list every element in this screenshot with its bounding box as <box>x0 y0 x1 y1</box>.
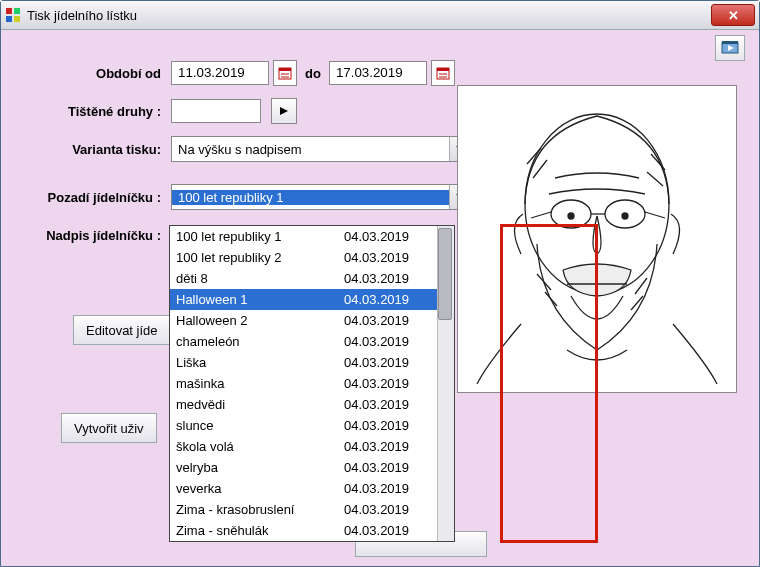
dropdown-item-date: 04.03.2019 <box>344 415 436 436</box>
dropdown-item[interactable]: 100 let republiky 204.03.2019 <box>170 247 454 268</box>
dropdown-item-name: děti 8 <box>176 268 344 289</box>
dropdown-item[interactable]: veverka04.03.2019 <box>170 478 454 499</box>
dropdown-item-name: škola volá <box>176 436 344 457</box>
dropdown-item-date: 04.03.2019 <box>344 520 436 541</box>
svg-rect-8 <box>279 68 291 71</box>
dropdown-item-date: 04.03.2019 <box>344 331 436 352</box>
dropdown-item-date: 04.03.2019 <box>344 289 436 310</box>
printed-types-input[interactable] <box>171 99 261 123</box>
dropdown-item[interactable]: Zima - sněhulák04.03.2019 <box>170 520 454 541</box>
edit-menu-button[interactable]: Editovat jíde <box>73 315 171 345</box>
dropdown-item[interactable]: velryba04.03.2019 <box>170 457 454 478</box>
close-icon: ✕ <box>728 9 739 22</box>
svg-line-23 <box>645 212 665 218</box>
background-select[interactable]: 100 let republiky 1 <box>171 184 471 210</box>
svg-line-22 <box>531 212 551 218</box>
print-variant-select[interactable]: Na výšku s nadpisem <box>171 136 471 162</box>
dropdown-item-name: 100 let republiky 1 <box>176 226 344 247</box>
titlebar: Tisk jídelního lístku ✕ <box>1 1 759 30</box>
dropdown-item-name: medvědi <box>176 394 344 415</box>
label-background: Pozadí jídelníčku : <box>21 190 171 205</box>
dropdown-item[interactable]: Liška04.03.2019 <box>170 352 454 373</box>
dropdown-item-name: Zima - sněhulák <box>176 520 344 541</box>
portrait-sketch-icon <box>467 94 727 384</box>
dropdown-item-date: 04.03.2019 <box>344 478 436 499</box>
dropdown-item-name: Liška <box>176 352 344 373</box>
svg-marker-15 <box>280 107 288 115</box>
print-variant-value: Na výšku s nadpisem <box>172 142 449 157</box>
dropdown-item-date: 04.03.2019 <box>344 247 436 268</box>
app-icon <box>5 7 21 23</box>
dropdown-item[interactable]: mašinka04.03.2019 <box>170 373 454 394</box>
dropdown-item-name: slunce <box>176 415 344 436</box>
dropdown-item-name: chameleón <box>176 331 344 352</box>
dropdown-item[interactable]: chameleón04.03.2019 <box>170 331 454 352</box>
dropdown-item-date: 04.03.2019 <box>344 352 436 373</box>
calendar-from-button[interactable] <box>273 60 297 86</box>
app-window: Tisk jídelního lístku ✕ Období od do Tiš… <box>0 0 760 567</box>
svg-point-25 <box>622 213 628 219</box>
dropdown-item-date: 04.03.2019 <box>344 394 436 415</box>
dropdown-item[interactable]: škola volá04.03.2019 <box>170 436 454 457</box>
dropdown-item-date: 04.03.2019 <box>344 436 436 457</box>
row-period: Období od do <box>21 60 739 86</box>
play-button[interactable] <box>271 98 297 124</box>
dropdown-item-date: 04.03.2019 <box>344 373 436 394</box>
label-print-variant: Varianta tisku: <box>21 142 171 157</box>
window-title: Tisk jídelního lístku <box>27 8 711 23</box>
play-icon <box>279 106 289 116</box>
dropdown-item-date: 04.03.2019 <box>344 457 436 478</box>
create-user-button[interactable]: Vytvořit uživ <box>61 413 157 443</box>
close-button[interactable]: ✕ <box>711 4 755 26</box>
background-value: 100 let republiky 1 <box>172 190 449 205</box>
svg-rect-3 <box>14 16 20 22</box>
svg-rect-2 <box>6 16 12 22</box>
dropdown-item-name: Halloween 1 <box>176 289 344 310</box>
dropdown-item-date: 04.03.2019 <box>344 268 436 289</box>
dropdown-item-name: Zima - krasobruslení <box>176 499 344 520</box>
svg-rect-12 <box>437 68 449 71</box>
svg-point-24 <box>568 213 574 219</box>
scrollbar-thumb[interactable] <box>438 228 452 320</box>
label-heading: Nadpis jídelníčku : <box>21 228 171 243</box>
dropdown-item-name: veverka <box>176 478 344 499</box>
dropdown-item[interactable]: 100 let republiky 104.03.2019 <box>170 226 454 247</box>
svg-rect-0 <box>6 8 12 14</box>
dropdown-item-name: mašinka <box>176 373 344 394</box>
preview-image <box>457 85 737 393</box>
dropdown-item-date: 04.03.2019 <box>344 226 436 247</box>
label-to: do <box>305 66 321 81</box>
dropdown-item-name: velryba <box>176 457 344 478</box>
label-printed-types: Tištěné druhy : <box>21 104 171 119</box>
dropdown-item-date: 04.03.2019 <box>344 310 436 331</box>
label-period-from: Období od <box>21 66 171 81</box>
dropdown-item[interactable]: děti 804.03.2019 <box>170 268 454 289</box>
calendar-to-button[interactable] <box>431 60 455 86</box>
scrollbar[interactable] <box>437 226 454 541</box>
background-dropdown-list[interactable]: 100 let republiky 104.03.2019100 let rep… <box>169 225 455 542</box>
dropdown-item-date: 04.03.2019 <box>344 499 436 520</box>
svg-rect-1 <box>14 8 20 14</box>
dropdown-item[interactable]: Halloween 204.03.2019 <box>170 310 454 331</box>
dropdown-item[interactable]: Halloween 104.03.2019 <box>170 289 454 310</box>
date-from-input[interactable] <box>171 61 269 85</box>
dropdown-item[interactable]: slunce04.03.2019 <box>170 415 454 436</box>
date-to-input[interactable] <box>329 61 427 85</box>
dropdown-item-name: Halloween 2 <box>176 310 344 331</box>
dropdown-item-name: 100 let republiky 2 <box>176 247 344 268</box>
dropdown-item[interactable]: Zima - krasobruslení04.03.2019 <box>170 499 454 520</box>
dropdown-item[interactable]: medvědi04.03.2019 <box>170 394 454 415</box>
